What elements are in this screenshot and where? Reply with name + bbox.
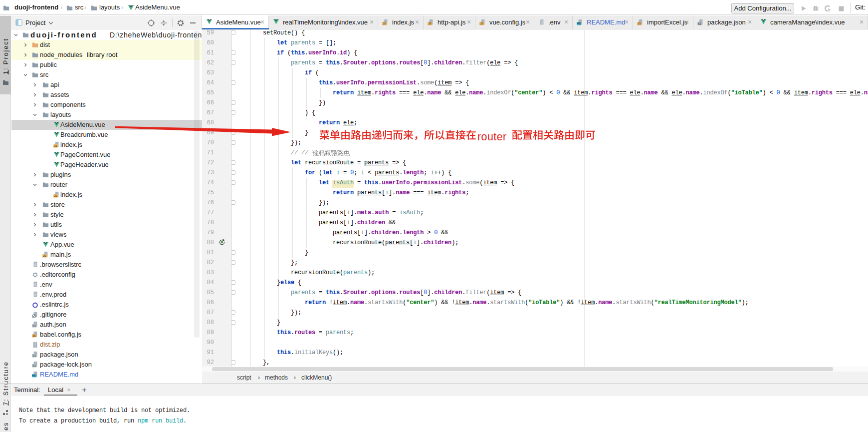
svg-text:MD: MD	[577, 22, 581, 25]
svg-text:{;}: {;}	[698, 22, 701, 25]
svg-text:JS: JS	[383, 22, 386, 25]
svg-text:{;}: {;}	[33, 354, 36, 357]
svg-text:JS: JS	[480, 22, 483, 25]
svg-text:MD: MD	[32, 374, 36, 377]
svg-text:{;}: {;}	[33, 364, 36, 367]
svg-text:JS: JS	[54, 144, 57, 147]
svg-text:JS: JS	[638, 22, 641, 25]
svg-text:JS: JS	[54, 194, 57, 197]
svg-text:JS: JS	[428, 22, 432, 25]
svg-text:JS: JS	[32, 334, 36, 337]
svg-text:{;}: {;}	[33, 324, 36, 327]
svg-text:JS: JS	[43, 254, 46, 257]
